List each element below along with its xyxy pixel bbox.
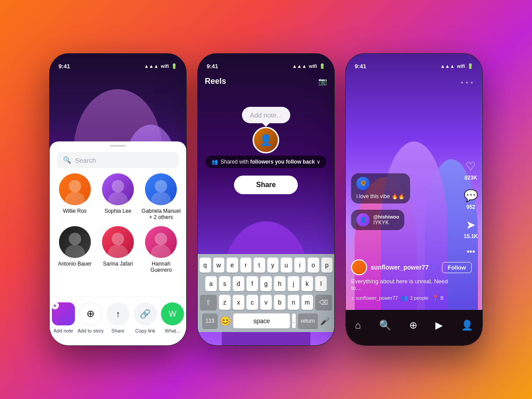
comment-user-2: @hishiwoo — [373, 214, 399, 219]
add-note-label: Add note — [54, 328, 73, 333]
action-share[interactable]: ↑ Share — [104, 302, 132, 333]
key-c[interactable]: c — [246, 295, 258, 310]
share-sheet: 🔍 Search Willie Ros Sophia — [50, 141, 186, 345]
add-story-label: Add to story — [78, 328, 104, 333]
key-z[interactable]: z — [219, 295, 231, 310]
key-y[interactable]: y — [267, 258, 279, 273]
emoji-icon[interactable]: 😊 — [220, 316, 231, 326]
contact-item-5[interactable]: Sarina Jafari — [98, 226, 137, 274]
key-l[interactable]: l — [315, 276, 327, 291]
reel-username[interactable]: sunflower_power77 — [371, 264, 429, 271]
whatsapp-icon: W — [169, 309, 176, 319]
tag-location[interactable]: 📍 B — [432, 295, 444, 301]
key-s[interactable]: s — [219, 276, 231, 291]
signal-icon: ▲▲▲ — [144, 63, 159, 69]
key-period[interactable]: . — [292, 313, 296, 329]
nav-profile[interactable]: 👤 — [461, 320, 473, 331]
people-tag-icon: 👥 — [401, 295, 408, 301]
search-bar[interactable]: 🔍 Search — [57, 152, 179, 168]
key-g[interactable]: g — [260, 276, 272, 291]
key-m[interactable]: m — [301, 295, 313, 310]
note-avatar-emoji: 👤 — [259, 134, 273, 146]
nav-search[interactable]: 🔍 — [379, 320, 391, 331]
action-whatsapp[interactable]: W What... — [159, 302, 186, 333]
key-t[interactable]: t — [254, 258, 265, 273]
share-count: 15.1K — [464, 233, 478, 239]
key-x[interactable]: x — [233, 295, 244, 310]
more-action[interactable]: ••• — [467, 247, 475, 257]
key-shift[interactable]: ⇧ — [200, 295, 217, 310]
like-action[interactable]: ♡ 823K — [465, 160, 477, 181]
reel-creator-avatar[interactable] — [351, 259, 367, 275]
key-b[interactable]: b — [274, 295, 286, 310]
location-icon: 📍 — [432, 295, 439, 301]
search-nav-icon: 🔍 — [379, 320, 391, 331]
comment-action[interactable]: 💬 952 — [464, 189, 478, 210]
share-button[interactable]: Share — [234, 176, 298, 194]
status-time-2: 9:41 — [207, 63, 218, 70]
key-p[interactable]: p — [321, 258, 333, 273]
tag-location-text: B — [441, 295, 444, 301]
action-add-story[interactable]: ⊕ Add to story — [77, 302, 105, 333]
sheet-handle — [110, 145, 126, 147]
key-u[interactable]: u — [281, 258, 292, 273]
shared-with-label[interactable]: 👥 Shared with followers you follow back … — [205, 156, 326, 168]
commenter-avatar-2: 👤 — [356, 213, 370, 227]
nav-reels[interactable]: ▶ — [435, 320, 443, 331]
wifi-icon: wifi — [161, 63, 169, 69]
key-h[interactable]: h — [274, 276, 286, 291]
status-bar-2: 9:41 ▲▲▲ wifi 🔋 — [198, 54, 334, 73]
contact-item-4[interactable]: Antonio Bauer — [55, 226, 94, 274]
key-v[interactable]: v — [260, 295, 272, 310]
key-f[interactable]: f — [246, 276, 258, 291]
contact-item-3[interactable]: Gabriela Manuel + 2 others — [141, 173, 181, 221]
key-i[interactable]: i — [294, 258, 306, 273]
tag-music-text: sunflower_power77 — [356, 295, 398, 301]
share-label: Share — [111, 328, 124, 333]
key-j[interactable]: j — [288, 276, 299, 291]
share-action[interactable]: ➤ 15.1K — [464, 218, 478, 239]
add-story-icon: ⊕ — [79, 302, 102, 325]
search-icon: 🔍 — [63, 156, 71, 164]
key-123[interactable]: 123 — [202, 313, 218, 329]
key-w[interactable]: w — [213, 258, 225, 273]
key-n[interactable]: n — [288, 295, 299, 310]
contact-item-1[interactable]: Willie Ros — [55, 173, 94, 221]
note-avatar: 👤 — [253, 127, 279, 153]
key-a[interactable]: a — [205, 276, 217, 291]
nav-create[interactable]: ⊕ — [409, 320, 417, 331]
action-copy-link[interactable]: 🔗 Copy link — [132, 302, 159, 333]
contact-name-1: Willie Ros — [63, 208, 86, 214]
contact-item-6[interactable]: Hannah Guerrero — [141, 226, 181, 274]
comment-bubble-2: 👤 @hishiwoo IYKYK — [351, 210, 404, 230]
keyboard-row-2: a s d f g h j k l — [200, 276, 332, 291]
tag-music[interactable]: ♪ sunflower_power77 — [351, 295, 398, 301]
reel-caption: Everything about here is unreal. Need to… — [351, 278, 456, 291]
key-o[interactable]: o — [308, 258, 319, 273]
key-d[interactable]: d — [233, 276, 244, 291]
signal-icon-2: ▲▲▲ — [292, 63, 307, 69]
reel-info: sunflower_power77 ✔ Follow Everything ab… — [351, 259, 456, 301]
key-backspace[interactable]: ⌫ — [315, 295, 332, 310]
key-q[interactable]: q — [200, 258, 211, 273]
key-e[interactable]: e — [227, 258, 238, 273]
key-return[interactable]: return — [298, 313, 318, 329]
add-story-plus: ⊕ — [86, 308, 94, 320]
key-r[interactable]: r — [240, 258, 252, 273]
comment-icon: 💬 — [464, 189, 478, 203]
tag-people[interactable]: 👥 3 people — [401, 295, 428, 301]
follow-button[interactable]: Follow — [442, 262, 472, 273]
note-bubble-text[interactable]: Add note... — [242, 107, 290, 123]
key-k[interactable]: k — [301, 276, 313, 291]
reel-tags: ♪ sunflower_power77 👥 3 people 📍 B — [351, 295, 456, 301]
action-add-note[interactable]: + Add note — [50, 302, 77, 333]
key-space[interactable]: space — [233, 313, 290, 329]
contact-item-2[interactable]: Sophia Lee — [98, 173, 137, 221]
nav-home[interactable]: ⌂ — [355, 320, 361, 331]
reels-title-2: Reels — [205, 77, 226, 86]
mic-icon[interactable]: 🎤 — [320, 316, 330, 326]
contact-avatar-6 — [145, 226, 177, 258]
camera-icon-2[interactable]: 📷 — [318, 77, 327, 86]
contacts-grid: Willie Ros Sophia Lee Gabriela Manuel + … — [50, 173, 186, 274]
battery-icon-3: 🔋 — [467, 63, 473, 69]
